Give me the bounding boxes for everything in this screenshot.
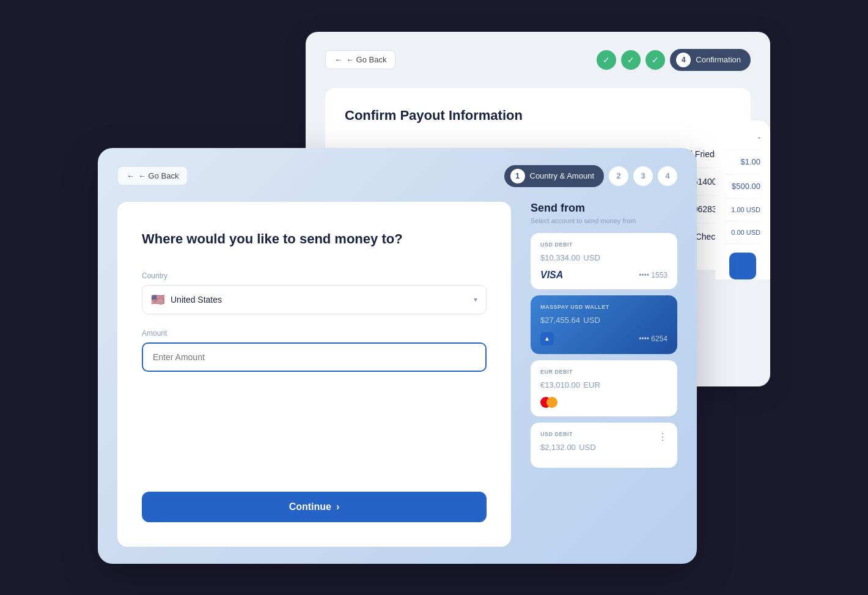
arrow-left-icon: ←	[334, 55, 342, 64]
card-amount-1: $10,334.00 USD	[540, 250, 668, 264]
card-last4-2: •••• 6254	[639, 334, 668, 343]
amount-label: Amount	[142, 329, 487, 338]
step-4-label: Confirmation	[696, 55, 741, 64]
payment-card-masspay[interactable]: MASSPAY USD WALLET $27,455.64 USD ▲ ••••…	[531, 295, 677, 354]
card-amount-decimal-3: .00	[569, 380, 580, 390]
card-amount-2: $27,455.64 USD	[540, 312, 668, 326]
country-label: Country	[142, 272, 487, 280]
masspay-logo-icon: ▲	[540, 332, 554, 346]
partial-panel: - $1.00 $500.00 1.00 USD 0.00 USD	[715, 120, 770, 279]
card-amount-3: €13,010.00 EUR	[540, 377, 668, 391]
back-card-header: ← ← Go Back ✓ ✓ ✓ 4 Confirmation	[325, 49, 751, 71]
continue-label: Continue	[289, 501, 331, 512]
card-amount-main-3: €13,010	[540, 380, 569, 390]
payment-card-usd-4[interactable]: USD DEBIT $2,132.00 USD ⋮	[531, 423, 677, 468]
send-from-section: Send from Select account to send money f…	[531, 202, 677, 547]
partial-dash: -	[725, 125, 760, 150]
dots-menu-icon[interactable]: ⋮	[658, 431, 668, 443]
step-3-done: ✓	[645, 50, 665, 70]
send-from-subtitle: Select account to send money from	[531, 217, 677, 224]
partial-val-1: $1.00	[725, 150, 760, 174]
step-2-inactive: 2	[609, 166, 628, 186]
step-1-done: ✓	[597, 50, 616, 70]
step-1-label: Country & Amount	[530, 171, 595, 180]
go-back-button-front[interactable]: ← ← Go Back	[117, 166, 188, 185]
step-4-active: 4 Confirmation	[670, 49, 751, 71]
card-type-label-4: USD DEBIT	[540, 431, 596, 437]
chevron-down-icon: ▾	[474, 295, 477, 304]
form-section: Where would you like to send money to? C…	[117, 202, 511, 547]
front-body: Where would you like to send money to? C…	[117, 202, 677, 547]
step-2-done: ✓	[621, 50, 641, 70]
form-title: Where would you like to send money to?	[142, 231, 487, 247]
card-currency-3: EUR	[583, 380, 600, 390]
card-type-label-3: EUR DEBIT	[540, 369, 668, 375]
amount-group: Amount	[142, 329, 487, 372]
country-group: Country 🇺🇸 United States ▾	[142, 272, 487, 314]
card-currency-4: USD	[579, 443, 595, 452]
card-footer-1: VISA •••• 1553	[540, 270, 668, 281]
card-type-label-1: USD DEBIT	[540, 242, 668, 248]
arrow-left-icon-front: ←	[127, 171, 134, 180]
card-amount-4: $2,132.00 USD	[540, 440, 596, 453]
payment-card-mastercard[interactable]: EUR DEBIT €13,010.00 EUR	[531, 360, 677, 416]
steps-front: 1 Country & Amount 2 3 4	[504, 165, 678, 187]
partial-val-4: 0.00 USD	[725, 221, 760, 244]
steps-back: ✓ ✓ ✓ 4 Confirmation	[597, 49, 751, 71]
front-card-header: ← ← Go Back 1 Country & Amount 2 3 4	[117, 165, 677, 187]
card-amount-decimal-4: .00	[565, 443, 576, 452]
payment-card-visa[interactable]: USD DEBIT $10,334.00 USD VISA •••• 1553	[531, 233, 677, 289]
country-amount-card: ← ← Go Back 1 Country & Amount 2 3 4 Whe…	[98, 148, 697, 564]
step-3-inactive: 3	[633, 166, 653, 186]
card-type-label-2: MASSPAY USD WALLET	[540, 304, 668, 310]
go-back-label-front: ← Go Back	[138, 171, 178, 180]
step-4-num: 4	[676, 53, 691, 67]
card-last4-1: •••• 1553	[639, 271, 668, 279]
continue-arrow-icon: ›	[336, 501, 339, 512]
partial-val-2: $500.00	[725, 174, 760, 199]
card-currency-2: USD	[583, 316, 600, 325]
go-back-button-back[interactable]: ← ← Go Back	[325, 50, 395, 69]
card-currency-1: USD	[583, 253, 600, 262]
card-footer-3	[540, 397, 668, 408]
country-select-left: 🇺🇸 United States	[151, 293, 222, 306]
card-amount-main-2: $27,455	[540, 316, 569, 325]
partial-val-3: 1.00 USD	[725, 199, 760, 221]
card-amount-main-1: $10,334	[540, 253, 569, 262]
step-1-active: 1 Country & Amount	[504, 165, 605, 187]
scene: ← ← Go Back ✓ ✓ ✓ 4 Confirmation Confirm…	[98, 32, 770, 564]
send-from-title: Send from	[531, 202, 677, 215]
mastercard-logo-icon	[540, 397, 557, 408]
card-amount-main-4: $2,132	[540, 443, 565, 452]
step-4-inactive: 4	[658, 166, 677, 186]
step-1-num: 1	[510, 169, 525, 183]
confirm-title: Confirm Payout Information	[345, 108, 731, 124]
amount-input[interactable]	[142, 342, 487, 372]
go-back-label: ← Go Back	[346, 55, 386, 64]
confirm-action-btn[interactable]	[729, 253, 756, 279]
visa-logo-icon: VISA	[540, 270, 563, 281]
country-value: United States	[171, 295, 222, 305]
card-amount-decimal-2: .64	[569, 316, 580, 325]
flag-icon: 🇺🇸	[151, 293, 164, 306]
continue-button[interactable]: Continue ›	[142, 492, 487, 522]
card-amount-decimal-1: .00	[569, 253, 580, 262]
card-footer-2: ▲ •••• 6254	[540, 332, 668, 346]
country-select[interactable]: 🇺🇸 United States ▾	[142, 285, 487, 314]
